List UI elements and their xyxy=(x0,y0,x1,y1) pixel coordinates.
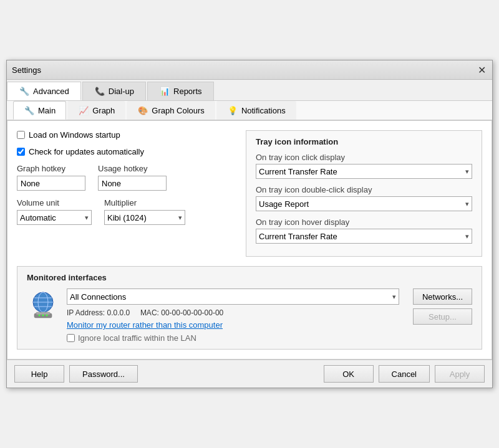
bottom-bar: Help Password... OK Cancel Apply xyxy=(7,360,492,388)
monitored-row: All Connections IP Address: 0.0.0.0 MAC:… xyxy=(27,288,472,343)
reports-icon: 📊 xyxy=(159,87,170,97)
check-updates-label: Check for updates automatically xyxy=(29,147,144,156)
graph-hotkey-group: Graph hotkey xyxy=(17,164,85,191)
sub-tab-bar: 🔧 Main 📈 Graph 🎨 Graph Colours 💡 Notific… xyxy=(7,101,492,120)
multiplier-select-wrap: Kibi (1024) Kilo (1000) xyxy=(104,210,185,225)
multiplier-select[interactable]: Kibi (1024) Kilo (1000) xyxy=(104,210,185,225)
tray-dblclick-select-wrap: Current Transfer Rate Usage Report Nothi… xyxy=(256,196,472,211)
info-row: IP Address: 0.0.0.0 MAC: 00-00-00-00-00-… xyxy=(67,308,399,317)
graph-colours-icon: 🎨 xyxy=(137,105,148,115)
volume-unit-select[interactable]: Automatic Bytes Kilobytes Megabytes Giga… xyxy=(17,210,92,225)
ignore-local-checkbox[interactable] xyxy=(67,334,75,342)
settings-window: Settings ✕ 🔧 Advanced 📞 Dial-up 📊 Report… xyxy=(6,60,493,388)
usage-hotkey-group: Usage hotkey xyxy=(98,164,167,191)
ip-value: 0.0.0.0 xyxy=(107,308,130,317)
left-panel: Load on Windows startup Check for update… xyxy=(17,130,233,257)
mac-value: 00-00-00-00-00-00 xyxy=(161,308,223,317)
dialup-icon: 📞 xyxy=(94,87,105,97)
ignore-row: Ignore local traffic within the LAN xyxy=(67,333,399,343)
tray-dblclick-group: On tray icon double-click display Curren… xyxy=(256,185,472,211)
mac-label: MAC: xyxy=(140,308,159,317)
volume-unit-label: Volume unit xyxy=(17,198,92,207)
networks-button[interactable]: Networks... xyxy=(413,288,472,305)
connections-select[interactable]: All Connections xyxy=(67,288,399,305)
tray-hover-select[interactable]: Current Transfer Rate Usage Report Nothi… xyxy=(256,229,472,244)
unit-row: Volume unit Automatic Bytes Kilobytes Me… xyxy=(17,198,233,225)
main-tab-bar: 🔧 Advanced 📞 Dial-up 📊 Reports xyxy=(7,80,492,101)
svg-rect-6 xyxy=(36,312,50,315)
top-section: Load on Windows startup Check for update… xyxy=(17,130,482,257)
volume-select-wrap: Automatic Bytes Kilobytes Megabytes Giga… xyxy=(17,210,92,225)
notifications-icon: 💡 xyxy=(227,105,238,115)
tray-hover-select-wrap: Current Transfer Rate Usage Report Nothi… xyxy=(256,229,472,244)
monitor-router-link[interactable]: Monitor my router rather than this compu… xyxy=(67,320,223,330)
tray-click-select-wrap: Current Transfer Rate Usage Report Nothi… xyxy=(256,164,472,179)
graph-icon: 📈 xyxy=(78,105,89,115)
graph-hotkey-label: Graph hotkey xyxy=(17,164,85,173)
window-title: Settings xyxy=(12,65,41,75)
tray-click-label: On tray icon click display xyxy=(256,153,472,162)
tray-click-select[interactable]: Current Transfer Rate Usage Report Nothi… xyxy=(256,164,472,179)
password-button[interactable]: Password... xyxy=(69,365,138,383)
load-startup-label: Load on Windows startup xyxy=(29,130,120,140)
svg-point-8 xyxy=(42,315,44,317)
usage-hotkey-label: Usage hotkey xyxy=(98,164,167,173)
load-startup-row: Load on Windows startup xyxy=(17,130,233,140)
tray-hover-group: On tray icon hover display Current Trans… xyxy=(256,217,472,244)
tab-notifications[interactable]: 💡 Notifications xyxy=(216,101,296,120)
monitored-title: Monitored interfaces xyxy=(27,273,472,282)
multiplier-group: Multiplier Kibi (1024) Kilo (1000) xyxy=(104,198,185,225)
check-updates-row: Check for updates automatically xyxy=(17,147,233,156)
title-bar: Settings ✕ xyxy=(7,60,492,80)
tray-dblclick-label: On tray icon double-click display xyxy=(256,185,472,194)
monitored-buttons: Networks... Setup... xyxy=(413,288,472,325)
usage-hotkey-input[interactable] xyxy=(98,176,167,191)
help-button[interactable]: Help xyxy=(14,365,64,383)
multiplier-label: Multiplier xyxy=(104,198,185,207)
monitored-info-side: All Connections IP Address: 0.0.0.0 MAC:… xyxy=(67,288,399,343)
ok-button[interactable]: OK xyxy=(324,365,374,383)
connections-select-wrap: All Connections xyxy=(67,288,399,305)
tab-reports[interactable]: 📊 Reports xyxy=(147,82,214,100)
tray-click-group: On tray icon click display Current Trans… xyxy=(256,153,472,179)
tray-dblclick-select[interactable]: Current Transfer Rate Usage Report Nothi… xyxy=(256,196,472,211)
apply-button[interactable]: Apply xyxy=(435,365,485,383)
svg-point-9 xyxy=(46,315,48,317)
tab-advanced[interactable]: 🔧 Advanced xyxy=(7,82,81,100)
graph-hotkey-input[interactable] xyxy=(17,176,85,191)
tray-section-title: Tray icon information xyxy=(256,137,472,146)
load-startup-checkbox[interactable] xyxy=(17,131,25,139)
tab-dialup[interactable]: 📞 Dial-up xyxy=(82,82,146,100)
main-icon: 🔧 xyxy=(24,105,35,115)
monitored-section: Monitored interfaces xyxy=(17,266,482,350)
tray-hover-label: On tray icon hover display xyxy=(256,217,472,227)
setup-button[interactable]: Setup... xyxy=(413,308,472,325)
svg-point-7 xyxy=(39,315,41,317)
tray-panel: Tray icon information On tray icon click… xyxy=(246,130,482,257)
tab-main[interactable]: 🔧 Main xyxy=(13,101,66,120)
hotkey-row: Graph hotkey Usage hotkey xyxy=(17,164,233,191)
tab-graph[interactable]: 📈 Graph xyxy=(67,101,125,120)
network-icon xyxy=(27,288,59,321)
ignore-local-label: Ignore local traffic within the LAN xyxy=(78,333,196,343)
cancel-button[interactable]: Cancel xyxy=(379,365,430,383)
advanced-icon: 🔧 xyxy=(19,86,30,96)
tab-graph-colours[interactable]: 🎨 Graph Colours xyxy=(127,101,215,120)
main-content: Load on Windows startup Check for update… xyxy=(7,120,492,360)
ip-label: IP Address: xyxy=(67,308,105,317)
close-button[interactable]: ✕ xyxy=(476,64,487,75)
volume-unit-group: Volume unit Automatic Bytes Kilobytes Me… xyxy=(17,198,92,225)
check-updates-checkbox[interactable] xyxy=(17,148,25,156)
